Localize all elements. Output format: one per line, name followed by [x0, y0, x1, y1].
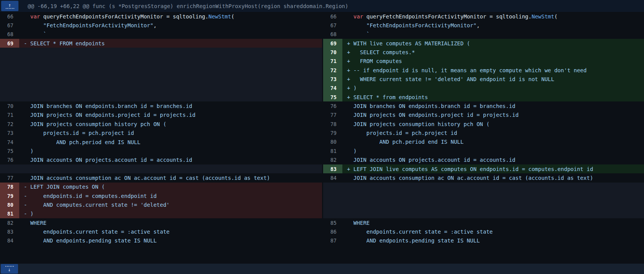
diff-line: 81 )	[323, 146, 644, 155]
line-number[interactable]: 84	[0, 236, 19, 245]
line-number[interactable]: 79	[323, 128, 342, 137]
line-number[interactable]: 86	[323, 227, 342, 236]
code-segment: JOIN branches ON endpoints.branch_id = b…	[347, 103, 515, 109]
code-text: + WHERE current_state != 'deleted' AND e…	[342, 76, 644, 82]
line-number[interactable]: 80	[323, 138, 342, 146]
line-number[interactable]: 67	[0, 21, 19, 30]
line-number[interactable]: 73	[0, 129, 19, 138]
line-number[interactable]: 85	[323, 218, 342, 227]
diff-line: 85 WHERE	[323, 218, 644, 227]
line-number[interactable]: 77	[0, 173, 19, 182]
line-number[interactable]: 84	[323, 173, 342, 182]
code-text: + LEFT JOIN live_computes AS computes ON…	[342, 166, 644, 172]
line-number[interactable]: 69	[323, 39, 342, 48]
line-number[interactable]: 67	[323, 21, 342, 30]
code-text: + SELECT computes.*	[342, 49, 644, 55]
diff-line: 69- SELECT * FROM endpoints	[0, 39, 322, 48]
line-number[interactable]: 72	[323, 66, 342, 75]
code-segment: + SELECT computes.*	[347, 49, 415, 55]
code-text: endpoints.current_state = :active_state	[342, 229, 644, 235]
expand-up-icon: ↑	[8, 3, 12, 7]
line-number[interactable]: 81	[0, 209, 19, 218]
line-number[interactable]: 74	[323, 84, 342, 93]
code-text: endpoints.current_state = :active_state	[19, 229, 322, 235]
code-text: WHERE	[19, 220, 322, 226]
diff-line: 70 JOIN branches ON endpoints.branch_id …	[0, 101, 322, 110]
line-number[interactable]: 75	[0, 146, 19, 155]
code-segment: var	[354, 13, 363, 20]
code-segment: - )	[24, 211, 33, 217]
diff-line: 80 AND pch.period_end IS NULL	[323, 138, 644, 146]
expand-up-button[interactable]: ↑	[1, 1, 18, 11]
code-text: projects.id = pch.project_id	[19, 130, 322, 136]
code-text: + FROM computes	[342, 58, 644, 64]
code-text: JOIN accounts_consumption ac ON ac.accou…	[342, 175, 644, 181]
diff-line: 73+ WHERE current_state != 'deleted' AND…	[323, 75, 644, 83]
expand-down-icon: ↓	[8, 267, 11, 272]
line-number[interactable]: 83	[323, 164, 342, 173]
diff-pane-old: 66 var queryFetchEndpointsForActivityMon…	[0, 12, 322, 245]
line-number[interactable]: 71	[0, 111, 19, 120]
line-number[interactable]: 74	[0, 138, 19, 146]
diff-line: 76 JOIN accounts ON projects.account_id …	[0, 156, 322, 164]
line-number[interactable]: 76	[323, 101, 342, 110]
filler-row	[0, 48, 322, 101]
code-segment: JOIN projects ON endpoints.project_id = …	[347, 112, 519, 118]
code-segment: `	[347, 31, 370, 37]
line-number[interactable]: 87	[323, 236, 342, 245]
line-number[interactable]: 70	[0, 101, 19, 110]
diff-line: 73 projects.id = pch.project_id	[0, 129, 322, 138]
code-text: "FetchEndpointsForActivityMonitor",	[342, 22, 644, 28]
code-text: WHERE	[342, 220, 644, 226]
diff-line: 79- endpoints.id = computes.endpoint_id	[0, 191, 322, 200]
expand-down-bar: ↓	[0, 264, 644, 274]
code-segment: )	[347, 148, 357, 154]
code-segment: JOIN projects_consumption_history pch ON…	[347, 121, 490, 127]
diff-line: 86 endpoints.current_state = :active_sta…	[323, 227, 644, 236]
code-text: AND pch.period_end IS NULL	[19, 139, 322, 145]
code-segment: + FROM computes	[347, 58, 402, 64]
code-text: `	[342, 31, 644, 37]
code-text: AND pch.period_end IS NULL	[342, 139, 644, 145]
code-text: JOIN projects_consumption_history pch ON…	[342, 121, 644, 127]
line-number[interactable]: 75	[323, 93, 342, 101]
line-number[interactable]: 76	[0, 156, 19, 164]
diff-pane-new: 66 var queryFetchEndpointsForActivityMon…	[322, 12, 644, 245]
code-segment: ,	[476, 22, 480, 28]
code-text: + SELECT * from endpoints	[342, 94, 644, 100]
code-text: )	[342, 148, 644, 154]
line-number[interactable]: 70	[323, 48, 342, 56]
line-number[interactable]: 68	[0, 30, 19, 39]
line-number[interactable]: 83	[0, 227, 19, 236]
line-number[interactable]: 69	[0, 39, 19, 48]
diff-viewer: ↑ @@ -66,19 +66,22 @@ func (s *PostgresS…	[0, 0, 644, 274]
line-number[interactable]: 80	[0, 200, 19, 209]
diff-line: 68 `	[323, 30, 644, 39]
diff-line: 84 AND endpoints.pending_state IS NULL	[0, 236, 322, 245]
code-segment: - SELECT * FROM endpoints	[24, 40, 105, 46]
code-text: JOIN branches ON endpoints.branch_id = b…	[19, 103, 322, 109]
code-text: `	[19, 31, 322, 37]
diff-split-view: 66 var queryFetchEndpointsForActivityMon…	[0, 12, 644, 245]
line-number[interactable]: 79	[0, 191, 19, 200]
diff-line: 80- AND computes.current_state != 'delet…	[0, 200, 322, 209]
line-number[interactable]: 66	[0, 12, 19, 21]
code-segment: NewStmt	[531, 13, 554, 20]
line-number[interactable]: 81	[323, 146, 342, 155]
code-segment: (	[231, 13, 234, 20]
line-number[interactable]: 68	[323, 30, 342, 39]
diff-line: 83+ LEFT JOIN live_computes AS computes …	[323, 164, 644, 173]
line-number[interactable]: 82	[323, 156, 342, 164]
code-segment: - AND computes.current_state != 'deleted…	[24, 202, 169, 208]
line-number[interactable]: 72	[0, 120, 19, 128]
line-number[interactable]: 78	[323, 120, 342, 128]
code-segment: queryFetchEndpointsForActivityMonitor = …	[363, 13, 531, 20]
line-number[interactable]: 66	[323, 12, 342, 21]
line-number[interactable]: 71	[323, 57, 342, 66]
line-number[interactable]: 78	[0, 183, 19, 191]
line-number[interactable]: 73	[323, 75, 342, 83]
line-number[interactable]: 82	[0, 218, 19, 227]
line-number[interactable]: 77	[323, 111, 342, 120]
code-text: projects.id = pch.project_id	[342, 130, 644, 136]
expand-down-button[interactable]: ↓	[1, 264, 18, 274]
